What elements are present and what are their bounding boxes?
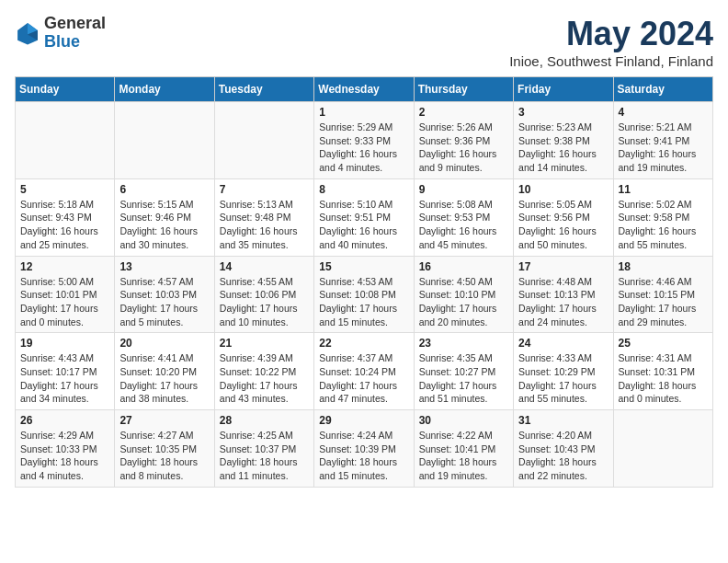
day-number: 4	[619, 106, 708, 119]
day-info: Sunrise: 4:35 AMSunset: 10:27 PMDaylight…	[419, 351, 508, 406]
calendar-cell: 9Sunrise: 5:08 AMSunset: 9:53 PMDaylight…	[414, 178, 513, 256]
calendar-cell: 31Sunrise: 4:20 AMSunset: 10:43 PMDaylig…	[514, 410, 613, 488]
day-number: 26	[20, 414, 109, 427]
day-number: 22	[319, 337, 408, 350]
calendar-cell: 13Sunrise: 4:57 AMSunset: 10:03 PMDaylig…	[115, 256, 214, 333]
day-info: Sunrise: 4:55 AMSunset: 10:06 PMDaylight…	[220, 275, 309, 329]
title-block: May 2024 Inioe, Southwest Finland, Finla…	[509, 15, 713, 69]
day-number: 28	[220, 414, 309, 427]
calendar-cell: 15Sunrise: 4:53 AMSunset: 10:08 PMDaylig…	[314, 256, 414, 333]
day-header-tuesday: Tuesday	[214, 77, 313, 102]
day-header-sunday: Sunday	[16, 77, 115, 102]
day-number: 6	[119, 183, 209, 196]
logo-text: General Blue	[44, 15, 106, 52]
day-info: Sunrise: 5:21 AMSunset: 9:41 PMDaylight:…	[619, 121, 708, 175]
day-number: 18	[619, 260, 708, 273]
calendar-cell	[115, 102, 214, 179]
day-number: 31	[518, 414, 608, 427]
calendar-cell: 18Sunrise: 4:46 AMSunset: 10:15 PMDaylig…	[613, 256, 712, 333]
day-info: Sunrise: 4:37 AMSunset: 10:24 PMDaylight…	[319, 351, 408, 406]
calendar-cell: 12Sunrise: 5:00 AMSunset: 10:01 PMDaylig…	[16, 256, 115, 333]
calendar-week-2: 5Sunrise: 5:18 AMSunset: 9:43 PMDaylight…	[16, 178, 713, 256]
day-number: 27	[119, 414, 209, 427]
calendar-cell: 29Sunrise: 4:24 AMSunset: 10:39 PMDaylig…	[314, 410, 414, 488]
day-number: 15	[319, 260, 408, 273]
main-title: May 2024	[509, 15, 713, 53]
day-number: 16	[419, 260, 508, 273]
day-info: Sunrise: 4:41 AMSunset: 10:20 PMDaylight…	[119, 351, 209, 406]
calendar-cell: 16Sunrise: 4:50 AMSunset: 10:10 PMDaylig…	[414, 256, 513, 333]
day-number: 9	[419, 183, 508, 196]
day-info: Sunrise: 4:57 AMSunset: 10:03 PMDaylight…	[119, 275, 209, 329]
calendar-table: SundayMondayTuesdayWednesdayThursdayFrid…	[15, 76, 713, 488]
day-header-monday: Monday	[115, 77, 214, 102]
logo-blue: Blue	[44, 33, 106, 52]
logo-icon	[15, 20, 40, 46]
calendar-cell: 22Sunrise: 4:37 AMSunset: 10:24 PMDaylig…	[314, 333, 414, 410]
day-info: Sunrise: 4:48 AMSunset: 10:13 PMDaylight…	[518, 275, 608, 329]
day-header-saturday: Saturday	[613, 77, 712, 102]
day-number: 29	[319, 414, 408, 427]
day-info: Sunrise: 4:46 AMSunset: 10:15 PMDaylight…	[619, 275, 708, 329]
day-number: 14	[220, 260, 309, 273]
day-number: 10	[518, 183, 608, 196]
day-header-friday: Friday	[514, 77, 613, 102]
calendar-cell: 27Sunrise: 4:27 AMSunset: 10:35 PMDaylig…	[115, 410, 214, 488]
day-header-wednesday: Wednesday	[314, 77, 414, 102]
day-info: Sunrise: 5:13 AMSunset: 9:48 PMDaylight:…	[220, 198, 309, 252]
calendar-cell: 10Sunrise: 5:05 AMSunset: 9:56 PMDayligh…	[514, 178, 613, 256]
calendar-cell: 6Sunrise: 5:15 AMSunset: 9:46 PMDaylight…	[115, 178, 214, 256]
calendar-cell: 7Sunrise: 5:13 AMSunset: 9:48 PMDaylight…	[214, 178, 313, 256]
day-number: 19	[20, 337, 109, 350]
calendar-cell: 11Sunrise: 5:02 AMSunset: 9:58 PMDayligh…	[613, 178, 712, 256]
day-info: Sunrise: 5:26 AMSunset: 9:36 PMDaylight:…	[419, 121, 508, 175]
calendar-cell	[214, 102, 313, 179]
calendar-cell: 21Sunrise: 4:39 AMSunset: 10:22 PMDaylig…	[214, 333, 313, 410]
calendar-cell: 3Sunrise: 5:23 AMSunset: 9:38 PMDaylight…	[514, 102, 613, 179]
day-number: 2	[419, 106, 508, 119]
calendar-cell: 28Sunrise: 4:25 AMSunset: 10:37 PMDaylig…	[214, 410, 313, 488]
page-header: General Blue May 2024 Inioe, Southwest F…	[15, 15, 713, 69]
day-info: Sunrise: 5:10 AMSunset: 9:51 PMDaylight:…	[319, 198, 408, 252]
day-info: Sunrise: 5:23 AMSunset: 9:38 PMDaylight:…	[518, 121, 608, 175]
calendar-cell: 23Sunrise: 4:35 AMSunset: 10:27 PMDaylig…	[414, 333, 513, 410]
calendar-cell: 5Sunrise: 5:18 AMSunset: 9:43 PMDaylight…	[16, 178, 115, 256]
day-info: Sunrise: 4:31 AMSunset: 10:31 PMDaylight…	[619, 351, 708, 406]
day-number: 13	[119, 260, 209, 273]
day-number: 23	[419, 337, 508, 350]
day-info: Sunrise: 4:20 AMSunset: 10:43 PMDaylight…	[518, 429, 608, 483]
day-number: 1	[319, 106, 408, 119]
day-info: Sunrise: 5:18 AMSunset: 9:43 PMDaylight:…	[20, 198, 109, 252]
day-number: 12	[20, 260, 109, 273]
day-number: 20	[119, 337, 209, 350]
calendar-cell	[613, 410, 712, 488]
day-number: 24	[518, 337, 608, 350]
day-info: Sunrise: 4:33 AMSunset: 10:29 PMDaylight…	[518, 351, 608, 406]
subtitle: Inioe, Southwest Finland, Finland	[509, 53, 713, 69]
calendar-cell: 30Sunrise: 4:22 AMSunset: 10:41 PMDaylig…	[414, 410, 513, 488]
day-info: Sunrise: 4:43 AMSunset: 10:17 PMDaylight…	[20, 351, 109, 406]
calendar-week-5: 26Sunrise: 4:29 AMSunset: 10:33 PMDaylig…	[16, 410, 713, 488]
day-number: 8	[319, 183, 408, 196]
day-number: 17	[518, 260, 608, 273]
day-info: Sunrise: 5:29 AMSunset: 9:33 PMDaylight:…	[319, 121, 408, 175]
calendar-cell: 20Sunrise: 4:41 AMSunset: 10:20 PMDaylig…	[115, 333, 214, 410]
day-info: Sunrise: 5:08 AMSunset: 9:53 PMDaylight:…	[419, 198, 508, 252]
day-info: Sunrise: 5:05 AMSunset: 9:56 PMDaylight:…	[518, 198, 608, 252]
logo-general: General	[44, 15, 106, 33]
day-info: Sunrise: 4:27 AMSunset: 10:35 PMDaylight…	[119, 429, 209, 483]
day-info: Sunrise: 5:15 AMSunset: 9:46 PMDaylight:…	[119, 198, 209, 252]
calendar-cell: 2Sunrise: 5:26 AMSunset: 9:36 PMDaylight…	[414, 102, 513, 179]
day-info: Sunrise: 4:53 AMSunset: 10:08 PMDaylight…	[319, 275, 408, 329]
calendar-cell	[16, 102, 115, 179]
calendar-cell: 4Sunrise: 5:21 AMSunset: 9:41 PMDaylight…	[613, 102, 712, 179]
calendar-cell: 1Sunrise: 5:29 AMSunset: 9:33 PMDaylight…	[314, 102, 414, 179]
calendar-week-3: 12Sunrise: 5:00 AMSunset: 10:01 PMDaylig…	[16, 256, 713, 333]
day-info: Sunrise: 4:24 AMSunset: 10:39 PMDaylight…	[319, 429, 408, 483]
day-header-thursday: Thursday	[414, 77, 513, 102]
calendar-cell: 19Sunrise: 4:43 AMSunset: 10:17 PMDaylig…	[16, 333, 115, 410]
day-info: Sunrise: 4:39 AMSunset: 10:22 PMDaylight…	[220, 351, 309, 406]
day-number: 11	[619, 183, 708, 196]
day-number: 7	[220, 183, 309, 196]
calendar-week-1: 1Sunrise: 5:29 AMSunset: 9:33 PMDaylight…	[16, 102, 713, 179]
